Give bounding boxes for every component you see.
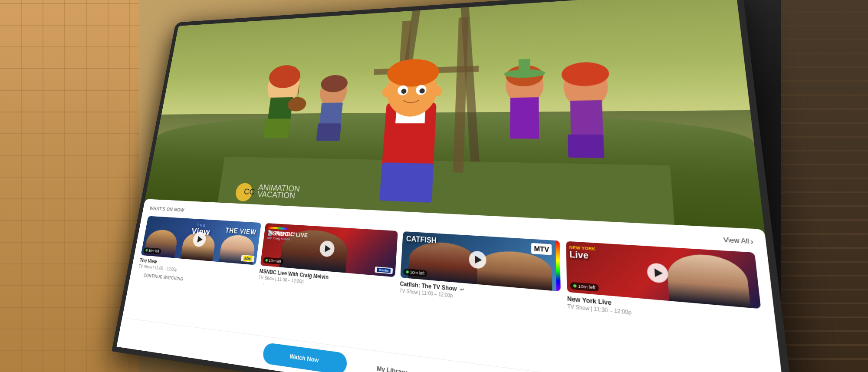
nav-tab-discover[interactable]: Discover	[439, 365, 542, 372]
msnbc-badge: msnbc	[377, 268, 391, 273]
show-type-nylive: TV Show	[567, 304, 589, 312]
play-button-nylive[interactable]	[647, 263, 669, 283]
time-left-badge-msnbc: 10m left	[263, 257, 283, 265]
show-time-the-view: 11:00 – 12:00p	[155, 266, 178, 272]
live-dot-catfish	[406, 270, 409, 273]
svg-rect-2	[453, 17, 468, 172]
time-left-text-catfish: 10m left	[410, 270, 424, 276]
svg-rect-13	[316, 123, 341, 141]
shelf-background	[781, 0, 868, 372]
nav-tab-watch-now[interactable]: Watch Now	[262, 342, 348, 372]
msnbc-logo: 📡 MSNBC LIVE with Craig Melvin	[266, 227, 309, 243]
live-dot-msnbc	[265, 259, 268, 262]
show-type-catfish: TV Show	[399, 288, 418, 295]
time-left-text-nylive: 10m left	[578, 284, 595, 290]
abc-logo: abc	[243, 255, 253, 262]
card-thumbnail-the-view[interactable]: THE View	[141, 216, 261, 265]
nylive-new-york-text: NEW YORK	[569, 245, 596, 251]
svg-rect-16	[379, 162, 434, 203]
view-all-label: View All	[723, 236, 750, 245]
show-card-msnbc[interactable]: 📡 MSNBC LIVE with Craig Melvin 10m left	[258, 223, 398, 293]
svg-rect-7	[263, 119, 290, 138]
mtv-logo: MTV	[532, 243, 552, 255]
nylive-person	[666, 253, 750, 308]
svg-rect-27	[510, 97, 539, 139]
view-all-arrow-icon: ›	[750, 237, 754, 246]
time-left-text: 10m left	[148, 249, 160, 253]
time-left-text-msnbc: 10m left	[269, 258, 281, 263]
live-dot-nylive	[573, 284, 577, 288]
section-title: WHAT'S ON NOW	[149, 206, 185, 213]
my-library-label: My Library	[376, 365, 407, 372]
mtv-text: MTV	[534, 245, 549, 253]
catfish-person-2	[477, 249, 552, 291]
time-left-badge-nylive: 10m left	[570, 282, 599, 292]
person-1	[144, 229, 179, 258]
repeat-icon: ↩	[460, 287, 464, 293]
card-thumbnail-msnbc[interactable]: 📡 MSNBC LIVE with Craig Melvin 10m left	[260, 223, 398, 277]
nav-tab-my-library[interactable]: My Library	[346, 353, 440, 372]
show-type-msnbc: TV Show	[258, 275, 274, 282]
watch-now-label: Watch Now	[289, 352, 319, 364]
view-all-button[interactable]: View All ›	[723, 236, 754, 246]
svg-rect-33	[568, 135, 604, 158]
laptop-device: CC ANIMATION VACATION WHAT'S ON NOW View…	[95, 0, 790, 372]
network-badge-msnbc: msnbc	[375, 267, 393, 274]
show-card-catfish[interactable]: CATFISH MTV	[399, 231, 561, 309]
svg-text:VACATION: VACATION	[257, 189, 296, 200]
nylive-logo: NEW YORK Live	[569, 245, 596, 260]
show-card-nylive[interactable]: NEW YORK Live 10m left	[566, 241, 763, 328]
svg-rect-29	[518, 59, 530, 75]
svg-text:CC: CC	[243, 187, 255, 197]
network-badge-abc: abc	[241, 255, 255, 262]
live-dot	[145, 249, 148, 252]
catfish-person-1	[408, 240, 478, 284]
show-type-the-view: TV Show	[138, 264, 153, 270]
laptop-screen: CC ANIMATION VACATION WHAT'S ON NOW View…	[112, 0, 800, 372]
show-card-the-view[interactable]: THE View	[138, 216, 261, 280]
